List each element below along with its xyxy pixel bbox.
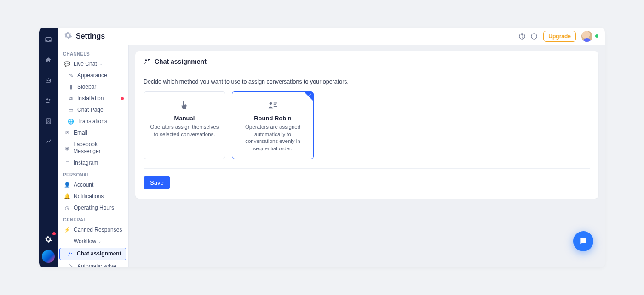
nav-notifications[interactable]: 🔔 Notifications — [58, 191, 128, 202]
rail-analytics-icon[interactable] — [41, 134, 55, 148]
svg-point-12 — [145, 59, 147, 61]
link-icon: ⧉ — [68, 95, 74, 102]
nav-label: Chat assignment — [77, 250, 121, 257]
chevron-down-icon: ⌄ — [99, 61, 103, 68]
nav-appearance[interactable]: ✎ Appearance — [58, 70, 128, 81]
save-button[interactable]: Save — [144, 176, 170, 189]
nav-label: Sidebar — [77, 84, 96, 91]
laptop-icon: ▭ — [68, 107, 74, 113]
nav-label: Facebook Messenger — [73, 141, 124, 155]
body: CHANNELS 💬 Live Chat ⌄ ✎ Appearance ▮ Si… — [58, 45, 605, 267]
app-window: Settings Upgrade CHANNELS 💬 Live Chat — [39, 28, 605, 267]
svg-rect-15 — [274, 104, 276, 105]
option-title: Round Robin — [238, 115, 308, 122]
svg-point-7 — [48, 120, 49, 121]
section-header-general: GENERAL — [58, 214, 128, 224]
nav-email[interactable]: ✉ Email — [58, 127, 128, 139]
rail-bot-icon[interactable] — [41, 74, 55, 87]
svg-point-13 — [270, 102, 272, 105]
rail-inbox-icon[interactable] — [41, 33, 55, 47]
nav-chat-page[interactable]: ▭ Chat Page — [58, 104, 128, 116]
rail-users-icon[interactable] — [41, 94, 55, 108]
svg-point-5 — [49, 99, 50, 100]
nav-operating-hours[interactable]: ◷ Operating Hours — [58, 202, 128, 214]
rail-settings-icon[interactable] — [41, 233, 55, 246]
nav-chat-assignment[interactable]: Chat assignment — [59, 248, 126, 260]
bookmark-icon: ▮ — [68, 84, 74, 91]
svg-rect-16 — [274, 106, 277, 107]
nav-facebook-messenger[interactable]: ◉ Facebook Messenger — [58, 139, 128, 157]
nav-canned-responses[interactable]: ⚡ Canned Responses — [58, 224, 128, 236]
card-header: Chat assignment — [135, 51, 598, 72]
alert-dot — [121, 97, 124, 100]
nav-label: Automatic solve — [77, 263, 116, 267]
rail-contacts-icon[interactable] — [41, 114, 55, 128]
chat-icon: 💬 — [64, 61, 70, 68]
nav-live-chat[interactable]: 💬 Live Chat ⌄ — [58, 58, 128, 70]
assignment-icon — [67, 251, 74, 257]
assignment-options: Manual Operators assign themselves to se… — [144, 91, 590, 169]
user-icon: 👤 — [64, 182, 70, 188]
nav-label: Notifications — [74, 193, 104, 200]
card-description: Decide which method you want to use to a… — [144, 79, 590, 85]
assignment-icon — [144, 58, 151, 65]
rail-settings-badge — [52, 232, 56, 235]
content-area: Chat assignment Decide which method you … — [129, 45, 605, 267]
nav-label: Operating Hours — [74, 204, 114, 211]
option-desc: Operators are assigned automatically to … — [238, 124, 308, 152]
mail-icon: ✉ — [64, 130, 70, 136]
nav-label: Chat Page — [77, 107, 104, 113]
notification-icon[interactable] — [530, 33, 538, 40]
pencil-icon: ✎ — [68, 72, 74, 79]
option-desc: Operators assign themselves to selected … — [150, 124, 219, 138]
card-body: Decide which method you want to use to a… — [135, 72, 598, 199]
nav-account[interactable]: 👤 Account — [58, 179, 128, 191]
header-gear-icon — [64, 31, 72, 41]
nav-label: Appearance — [77, 72, 107, 79]
svg-point-10 — [531, 34, 537, 39]
svg-point-9 — [522, 37, 523, 38]
svg-point-3 — [49, 80, 49, 81]
nav-label: Instagram — [74, 159, 98, 166]
nav-label: Installation — [77, 95, 104, 102]
card-title: Chat assignment — [155, 58, 207, 65]
main-column: Settings Upgrade CHANNELS 💬 Live Chat — [58, 28, 605, 267]
selected-check-icon — [304, 92, 313, 101]
nav-automatic-solve[interactable]: ⇲ Automatic solve — [58, 261, 128, 267]
nav-translations[interactable]: 🌐 Translations — [58, 116, 128, 127]
nav-label: Live Chat — [74, 61, 97, 68]
help-icon[interactable] — [518, 33, 526, 40]
nav-workflow[interactable]: ≣ Workflow ⌄ — [58, 236, 128, 247]
rail-home-icon[interactable] — [41, 53, 55, 67]
option-manual[interactable]: Manual Operators assign themselves to se… — [144, 91, 225, 159]
option-round-robin[interactable]: Round Robin Operators are assigned autom… — [232, 91, 314, 159]
section-header-personal: PERSONAL — [58, 169, 128, 179]
nav-label: Email — [74, 130, 87, 136]
clock-icon: ◷ — [64, 204, 70, 211]
messenger-icon: ◉ — [64, 145, 70, 152]
floating-chat-button[interactable] — [573, 231, 593, 251]
round-robin-icon — [238, 100, 308, 110]
globe-icon: 🌐 — [68, 118, 74, 125]
svg-rect-0 — [46, 38, 51, 42]
nav-label: Canned Responses — [74, 227, 122, 233]
option-title: Manual — [150, 115, 219, 122]
solve-icon: ⇲ — [68, 263, 74, 267]
nav-label: Workflow — [74, 238, 96, 245]
svg-rect-14 — [274, 103, 277, 104]
upgrade-button[interactable]: Upgrade — [543, 31, 576, 42]
rail-app-logo[interactable] — [42, 250, 55, 263]
instagram-icon: ◻ — [64, 159, 70, 166]
status-online-dot — [595, 34, 598, 38]
svg-point-4 — [46, 98, 48, 100]
settings-sidebar: CHANNELS 💬 Live Chat ⌄ ✎ Appearance ▮ Si… — [58, 45, 129, 267]
nav-label: Account — [74, 182, 93, 188]
nav-instagram[interactable]: ◻ Instagram — [58, 157, 128, 169]
workflow-icon: ≣ — [64, 238, 70, 245]
svg-point-11 — [69, 252, 70, 254]
section-header-channels: CHANNELS — [58, 48, 128, 58]
user-avatar[interactable] — [581, 31, 592, 42]
chat-bubble-icon — [579, 237, 588, 246]
nav-sidebar[interactable]: ▮ Sidebar — [58, 81, 128, 93]
nav-installation[interactable]: ⧉ Installation — [58, 93, 128, 104]
